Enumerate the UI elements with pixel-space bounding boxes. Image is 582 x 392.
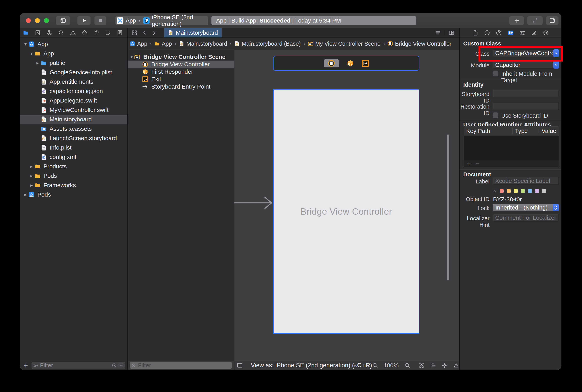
navigator-tab-debug[interactable] (92, 30, 100, 36)
breadcrumb-bridge-view-controller[interactable]: Bridge View Controller (388, 40, 452, 47)
disclosure-triangle-icon[interactable]: ▸ (22, 192, 28, 197)
tree-item-app[interactable]: ▾App (20, 40, 127, 49)
outline-scene-row[interactable]: ▾Bridge View Controller Scene (128, 53, 234, 60)
storyboard-id-field[interactable] (493, 90, 559, 97)
zoom-out-button[interactable] (372, 362, 378, 368)
color-swatch-4[interactable] (528, 189, 532, 193)
update-frames-button[interactable] (419, 362, 425, 368)
recent-files-filter-icon[interactable] (112, 363, 117, 368)
table-body[interactable] (464, 136, 559, 160)
tree-item-pods[interactable]: ▸Pods (20, 190, 127, 199)
tree-item-launchscreen-storyboard[interactable]: LaunchScreen.storyboard (20, 134, 127, 143)
outline-filter-field[interactable]: Filter (130, 362, 232, 369)
scheme-target[interactable]: App (126, 17, 136, 24)
clear-color-button[interactable]: × (493, 188, 496, 194)
scheme-selector[interactable]: App › iPhone SE (2nd generation) (115, 16, 208, 25)
close-window-button[interactable] (26, 18, 31, 23)
breadcrumb-main-storyboard-base[interactable]: Main.storyboard (Base) (234, 40, 301, 47)
module-field[interactable]: Capacitor (493, 61, 553, 68)
color-swatch-0[interactable] (500, 189, 504, 193)
tree-item-app[interactable]: ▾App (20, 49, 127, 58)
navigator-tab-symbols[interactable] (45, 30, 53, 36)
toggle-navigator-button[interactable] (56, 16, 70, 25)
resolve-autolayout-button[interactable] (453, 362, 459, 368)
bridge-view-controller-view[interactable]: Bridge View Controller (273, 89, 419, 334)
inspector-tab-attributes[interactable] (519, 30, 526, 36)
tree-item-public[interactable]: ▸public (20, 58, 127, 68)
navigator-tab-breakpoints[interactable] (104, 30, 112, 36)
scheme-destination[interactable]: iPhone SE (2nd generation) (152, 14, 207, 27)
lock-dropdown[interactable]: Inherited - (Nothing) (493, 204, 559, 211)
add-file-button[interactable]: + (22, 362, 29, 369)
add-attribute-button[interactable]: + (467, 161, 471, 166)
dock-view-controller[interactable] (324, 59, 339, 68)
tree-item-pods[interactable]: ▸Pods (20, 171, 127, 180)
document-label-field[interactable]: Xcode Specific Label (493, 177, 559, 185)
outline-item-bridge-view-controller[interactable]: Bridge View Controller (128, 60, 234, 68)
tree-item-config-xml[interactable]: config.xml (20, 152, 127, 162)
stop-button[interactable] (94, 16, 106, 25)
disclosure-triangle-icon[interactable]: ▸ (35, 60, 40, 66)
navigator-tab-source-control[interactable] (33, 30, 42, 36)
color-swatch-1[interactable] (507, 189, 511, 193)
disclosure-triangle-icon[interactable]: ▾ (129, 54, 134, 60)
tree-item-capacitor-config-json[interactable]: Bcapacitor.config.json (20, 86, 127, 96)
editor-options-icon[interactable] (435, 30, 441, 36)
minimize-window-button[interactable] (35, 18, 40, 23)
run-button[interactable] (77, 16, 90, 25)
zoom-window-button[interactable] (44, 18, 49, 23)
toggle-outline-icon[interactable] (237, 362, 243, 368)
navigator-tab-find[interactable] (57, 30, 65, 36)
remove-attribute-button[interactable]: − (476, 161, 480, 166)
navigator-tab-tests[interactable] (80, 30, 88, 36)
disclosure-triangle-icon[interactable]: ▸ (28, 164, 34, 169)
breadcrumb-main-storyboard[interactable]: Main.storyboard (179, 40, 227, 47)
outline-item-first-responder[interactable]: 1First Responder (128, 68, 234, 76)
breadcrumb-app[interactable]: App (154, 40, 172, 47)
disclosure-triangle-icon[interactable]: ▸ (28, 173, 34, 178)
align-button[interactable] (430, 362, 436, 368)
related-items-icon[interactable] (132, 30, 137, 36)
tab-main-storyboard[interactable]: Main.storyboard (164, 28, 222, 38)
inspector-tab-size[interactable] (531, 30, 537, 36)
outline-item-storyboard-entry-point[interactable]: Storyboard Entry Point (128, 83, 234, 90)
storyboard-entry-point-arrow[interactable] (234, 196, 274, 210)
tree-item-assets-xcassets[interactable]: Assets.xcassets (20, 124, 127, 134)
tree-item-main-storyboard[interactable]: Main.storyboard (20, 115, 127, 124)
tree-item-frameworks[interactable]: ▸Frameworks (20, 180, 127, 190)
tree-item-appdelegate-swift[interactable]: AppDelegate.swift (20, 96, 127, 105)
inspector-tab-connections[interactable] (543, 30, 549, 36)
use-storyboard-id-checkbox[interactable] (493, 112, 498, 118)
add-constraints-button[interactable] (442, 362, 448, 368)
library-button[interactable] (509, 16, 524, 25)
localizer-hint-field[interactable]: Comment For Localizer (493, 214, 559, 222)
restoration-id-field[interactable] (493, 102, 559, 110)
breadcrumb-my-view-controller-scene[interactable]: My View Controller Scene (308, 40, 381, 47)
outline-item-exit[interactable]: Exit (128, 76, 234, 83)
jump-bar[interactable]: App›App›Main.storyboard›Main.storyboard … (128, 38, 459, 50)
add-editor-icon[interactable] (449, 30, 454, 36)
navigator-tab-issues[interactable] (69, 30, 77, 36)
color-swatch-5[interactable] (535, 189, 539, 193)
color-swatch-3[interactable] (521, 189, 525, 193)
go-forward-icon[interactable] (151, 30, 157, 36)
color-swatch-2[interactable] (514, 189, 518, 193)
module-dropdown-button[interactable] (553, 61, 559, 68)
inspector-tab-history[interactable] (484, 30, 490, 36)
canvas-scrollbar[interactable] (447, 134, 449, 280)
tree-item-myviewcontroller-swift[interactable]: MyViewController.swift (20, 105, 127, 115)
disclosure-triangle-icon[interactable]: ▾ (22, 41, 28, 47)
tree-item-app-entitlements[interactable]: App.entitlements (20, 77, 127, 86)
toggle-inspectors-button[interactable] (546, 16, 559, 25)
breadcrumb-app[interactable]: App (130, 40, 147, 47)
disclosure-triangle-icon[interactable]: ▸ (28, 182, 34, 188)
zoom-level[interactable]: 100% (384, 362, 399, 369)
first-responder-icon[interactable]: 1 (347, 60, 354, 67)
scm-status-filter-icon[interactable] (118, 363, 123, 368)
tree-item-googleservice-info-plist[interactable]: PLISTGoogleService-Info.plist (20, 68, 127, 77)
view-as-control[interactable]: View as: iPhone SE (2nd generation) (wC … (251, 362, 372, 369)
inherit-module-checkbox[interactable] (493, 70, 498, 76)
navigator-filter-field[interactable]: Filter (31, 362, 125, 369)
tree-item-products[interactable]: ▸Products (20, 162, 127, 171)
navigator-tab-reports[interactable] (116, 30, 124, 36)
